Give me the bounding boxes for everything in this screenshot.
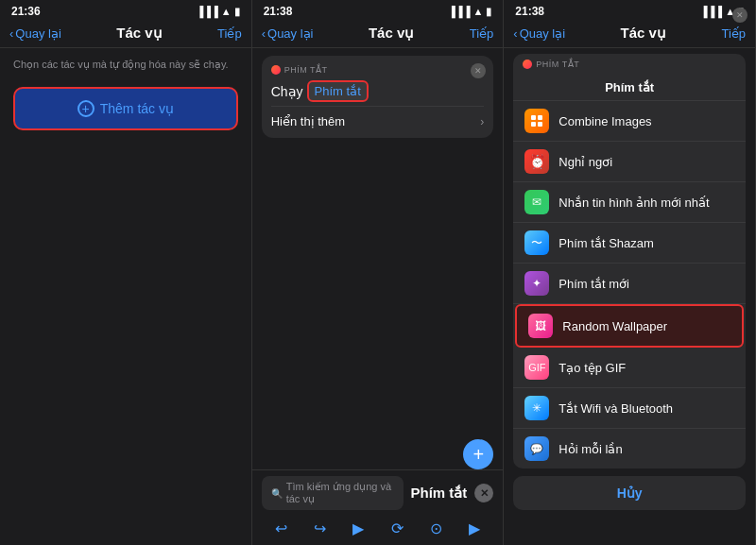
message-label: Nhắn tin hình ảnh mới nhất [558,196,734,210]
chevron-left-icon: ‹ [9,26,13,41]
random-wallpaper-label: Random Wallpaper [562,319,730,333]
chevron-left-icon-3: ‹ [513,26,517,41]
run-row: Chạy Phím tắt [271,80,485,102]
run-text: Chạy [271,84,303,99]
nav-title-2: Tác vụ [369,25,414,42]
svg-rect-0 [531,115,536,120]
add-action-label: Thêm tác vụ [100,101,174,116]
dropdown-header: Phím tắt [513,75,746,101]
random-wallpaper-icon: 🖼 [528,314,553,338]
search-input[interactable]: 🔍 Tìm kiếm ứng dụng và tác vụ [262,476,404,510]
back-button-2[interactable]: ‹ Quay lại [262,26,314,41]
rest-label: Nghỉ ngơi [558,155,734,169]
close-panel3-button[interactable]: ✕ [732,8,747,23]
ask-each-time-label: Hỏi mỗi lần [558,442,734,456]
arrow-icon[interactable]: ▶ [469,519,480,537]
shortcut-card-label: PHÍM TẮT [271,65,485,75]
bottom-title: Phím tắt [411,485,468,502]
shortcut-card: PHÍM TẮT ✕ Chạy Phím tắt Hiển thị thêm › [262,56,494,138]
ask-each-time-icon: 💬 [524,436,549,461]
wifi-bluetooth-icon: ✳ [524,396,549,420]
cancel-button[interactable]: Hủy [513,476,746,510]
shazam-label: Phím tắt Shazam [558,236,734,250]
wifi-icon: ▲ [221,6,232,17]
rest-icon: ⏰ [524,149,549,174]
status-bar-1: 21:36 ▐▐▐ ▲ ▮ [0,0,251,21]
signal-icon-2: ▐▐▐ [448,6,470,17]
chevron-right-icon: › [480,115,484,128]
svg-rect-1 [538,115,542,120]
nav-bar-3: ‹ Quay lại Tác vụ Tiếp [504,21,755,48]
panel1: 21:36 ▐▐▐ ▲ ▮ ‹ Quay lại Tác vụ Tiếp Chọ… [0,0,252,545]
list-item[interactable]: ✦ Phím tắt mới [513,264,746,304]
status-icons-2: ▐▐▐ ▲ ▮ [448,6,491,18]
search-icon: 🔍 [271,488,283,499]
add-action-button[interactable]: + Thêm tác vụ [13,87,238,130]
panel3-shortcut-label: PHÍM TẮT [523,60,579,69]
status-bar-3: 21:38 ▐▐▐ ▲ ▮ [504,0,755,21]
search-placeholder: Tìm kiếm ứng dụng và tác vụ [286,481,394,505]
shazam-icon: 〜 [524,230,549,255]
back-button-3[interactable]: ‹ Quay lại [513,26,565,41]
signal-icon-3: ▐▐▐ [700,6,722,17]
show-more-row[interactable]: Hiển thị thêm › [271,106,485,128]
chevron-left-icon-2: ‹ [262,26,266,41]
undo-icon[interactable]: ↩ [275,519,287,537]
shortcut-dot-icon-3 [523,60,532,69]
gif-label: Tạo tệp GIF [558,361,734,375]
message-icon: ✉ [524,190,549,214]
list-item[interactable]: ✳ Tắt Wifi và Bluetooth [513,388,746,429]
gif-icon: GIF [524,355,549,380]
redo-icon[interactable]: ↪ [314,519,326,537]
nav-bar-1: ‹ Quay lại Tác vụ Tiếp [0,21,251,48]
wifi-bluetooth-label: Tắt Wifi và Bluetooth [558,401,734,416]
nav-title-3: Tác vụ [621,25,666,42]
shortcut-name-highlighted[interactable]: Phím tắt [307,80,369,102]
search-row: 🔍 Tìm kiếm ứng dụng và tác vụ Phím tắt ✕ [262,476,494,510]
show-more-text: Hiển thị thêm [271,114,345,128]
copy-icon[interactable]: ⊙ [430,519,442,537]
new-shortcut-label: Phím tắt mới [558,277,734,291]
time-3: 21:38 [515,5,544,18]
float-plus-button[interactable]: + [463,439,493,469]
plus-circle-icon: + [77,100,94,117]
list-item[interactable]: Combine Images [513,101,746,142]
time-2: 21:38 [264,5,293,18]
bottom-icons-row: ↩ ↪ ▶ ⟳ ⊙ ▶ [262,516,494,537]
nav-bar-2: ‹ Quay lại Tác vụ Tiếp [252,21,504,48]
close-bottom-button[interactable]: ✕ [474,484,493,502]
panel1-description: Chọn các tác vụ mà tự động hóa này sẽ ch… [0,48,251,79]
refresh-icon[interactable]: ⟳ [391,519,404,537]
time-1: 21:36 [11,5,41,18]
list-item[interactable]: 💬 Hỏi mỗi lần [513,429,746,468]
combine-images-label: Combine Images [558,114,734,128]
list-item[interactable]: ✉ Nhắn tin hình ảnh mới nhất [513,182,746,223]
next-button-3[interactable]: Tiếp [721,26,746,41]
list-item[interactable]: GIF Tạo tệp GIF [513,348,746,388]
cancel-label: Hủy [617,485,643,501]
back-button-1[interactable]: ‹ Quay lại [9,26,61,41]
panel2: 21:38 ▐▐▐ ▲ ▮ ‹ Quay lại Tác vụ Tiếp PHÍ… [252,0,505,545]
close-shortcut-button[interactable]: ✕ [471,63,486,78]
status-bar-2: 21:38 ▐▐▐ ▲ ▮ [252,0,504,21]
list-item[interactable]: 〜 Phím tắt Shazam [513,223,746,264]
status-icons-1: ▐▐▐ ▲ ▮ [196,6,239,18]
wifi-icon-2: ▲ [472,6,483,17]
shortcut-dot-icon [271,65,281,75]
bottom-bar: 🔍 Tìm kiếm ứng dụng và tác vụ Phím tắt ✕… [252,469,504,545]
random-wallpaper-item[interactable]: 🖼 Random Wallpaper [515,304,744,348]
svg-rect-2 [531,122,536,127]
panel3-header-card: PHÍM TẮT ✕ [513,54,746,75]
battery-icon-2: ▮ [486,6,491,18]
next-button-1[interactable]: Tiếp [217,26,242,41]
panel3: 21:38 ▐▐▐ ▲ ▮ ‹ Quay lại Tác vụ Tiếp PHÍ… [504,0,756,545]
combine-images-icon [524,109,549,133]
play-icon[interactable]: ▶ [352,519,364,537]
next-button-2[interactable]: Tiếp [470,26,494,41]
new-shortcut-icon: ✦ [524,271,549,296]
battery-icon: ▮ [234,6,240,18]
nav-title-1: Tác vụ [116,25,162,42]
list-item[interactable]: ⏰ Nghỉ ngơi [513,142,746,182]
dropdown-list: Phím tắt Combine Images ⏰ Nghỉ ngơi ✉ Nh… [513,75,746,468]
svg-rect-3 [538,122,542,127]
